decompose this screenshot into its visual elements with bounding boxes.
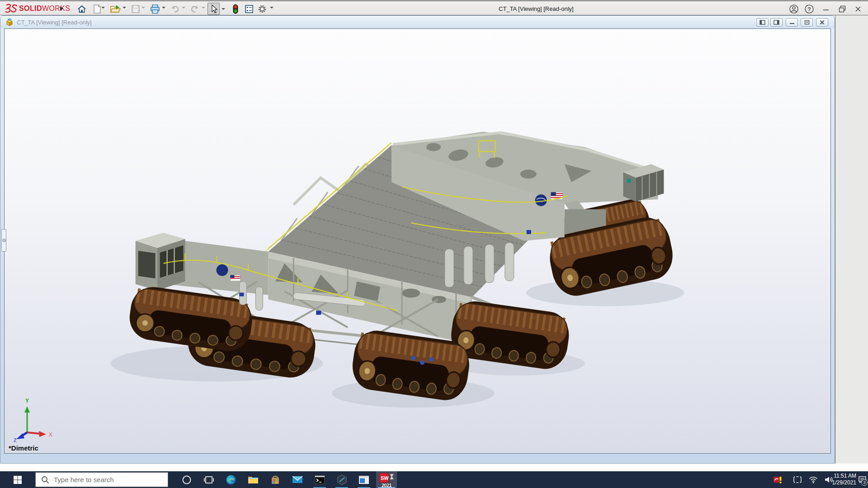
- doc-restore-icon: [804, 20, 810, 25]
- select-button[interactable]: [208, 3, 220, 15]
- sw-letters: SW: [381, 475, 389, 481]
- windows-taskbar: SW 2021: [0, 471, 868, 488]
- new-document-icon: [93, 5, 101, 14]
- close-icon: [855, 6, 861, 12]
- show-right-pane-button[interactable]: [770, 18, 783, 27]
- taskbar-solidworks[interactable]: SW 2021: [376, 471, 397, 488]
- taskbar-store[interactable]: [265, 471, 285, 488]
- doc-close-button[interactable]: [816, 18, 828, 27]
- home-icon: [77, 4, 87, 14]
- taskbar-cortana[interactable]: [177, 471, 197, 488]
- app-background-strip: [0, 464, 868, 471]
- select-dropdown[interactable]: [220, 3, 226, 15]
- file-properties-button[interactable]: [243, 3, 255, 15]
- document-title: CT_TA [Viewing] [Read-only]: [17, 19, 92, 26]
- redo-icon: [190, 5, 200, 13]
- options-button[interactable]: [256, 3, 268, 15]
- edge-icon: [226, 474, 236, 485]
- front-cab: [136, 233, 185, 291]
- orientation-triad: Y X Z: [10, 397, 60, 442]
- undo-dropdown[interactable]: [182, 7, 185, 9]
- taskbar-terminal[interactable]: [310, 471, 330, 488]
- taskbar-window-app[interactable]: [354, 471, 374, 488]
- wifi-icon: [809, 476, 818, 483]
- triad-y-label: Y: [25, 398, 29, 404]
- tray-display-connect[interactable]: [791, 471, 804, 488]
- doc-close-icon: [820, 20, 825, 25]
- assembly-document-icon: [5, 18, 14, 26]
- select-dropdown-arrow: [222, 8, 225, 10]
- triad-x-label: X: [49, 432, 52, 438]
- undo-icon: [170, 5, 180, 13]
- start-button[interactable]: [0, 471, 35, 488]
- search-icon: [41, 476, 49, 484]
- clock-time: 11:51 AM: [822, 473, 856, 479]
- print-button[interactable]: [149, 3, 161, 15]
- redo-dropdown[interactable]: [202, 7, 205, 9]
- show-left-pane-button[interactable]: [756, 18, 769, 27]
- rebuild-button[interactable]: [229, 3, 241, 15]
- taskbar-hexagon-app[interactable]: [332, 471, 352, 488]
- print-icon: [150, 5, 160, 14]
- taskbar-edge[interactable]: [221, 471, 241, 488]
- view-orientation-label: *Dimetric: [9, 444, 38, 452]
- restore-icon: [839, 5, 846, 13]
- restore-button[interactable]: [837, 4, 848, 14]
- cortana-icon: [182, 475, 192, 485]
- taskbar-file-explorer[interactable]: [243, 471, 263, 488]
- document-window: CT_TA [Viewing] [Read-only]: [0, 15, 835, 464]
- save-icon: [131, 5, 140, 14]
- save-button[interactable]: [129, 3, 142, 15]
- right-pane-icon: [774, 20, 779, 25]
- open-dropdown[interactable]: [123, 7, 126, 9]
- print-dropdown[interactable]: [162, 7, 165, 9]
- account-button[interactable]: [788, 4, 799, 14]
- doc-minimize-button[interactable]: [786, 18, 798, 27]
- hourglass-busy-icon: [390, 474, 394, 479]
- taskbar-task-view[interactable]: [199, 471, 219, 488]
- tray-action-center[interactable]: 3: [856, 471, 868, 488]
- window-title: CT_TA [Viewing] [Read-only]: [499, 5, 574, 12]
- store-icon: [270, 475, 280, 485]
- toolbar-expander-arrow[interactable]: [60, 6, 63, 11]
- doc-restore-button[interactable]: [801, 18, 813, 27]
- open-icon: [110, 5, 121, 14]
- tray-wifi[interactable]: [807, 471, 820, 488]
- save-dropdown[interactable]: [142, 7, 145, 9]
- triad-y-arrow: [24, 406, 30, 413]
- open-button[interactable]: [109, 3, 121, 15]
- terminal-icon: [315, 475, 325, 484]
- tray-solidworks-alert[interactable]: [771, 471, 784, 488]
- search-input[interactable]: [54, 476, 158, 483]
- help-glyph: ?: [807, 6, 811, 13]
- help-button[interactable]: ?: [804, 4, 815, 14]
- graphics-viewport[interactable]: Y X Z *Dimetric: [4, 28, 831, 454]
- close-button[interactable]: [853, 4, 863, 14]
- redo-button[interactable]: [189, 3, 201, 15]
- solidworks-logo-glyph: [5, 4, 18, 14]
- triad-z-label: Z: [14, 437, 17, 442]
- display-connect-icon: [793, 476, 802, 484]
- app-titlebar: SOLIDWORKS: [0, 0, 868, 15]
- window-app-icon: [359, 475, 369, 484]
- left-pane-icon: [760, 20, 765, 25]
- clock-date: 1/29/2021: [822, 479, 856, 486]
- new-document-dropdown[interactable]: [101, 7, 105, 9]
- mail-icon: [292, 475, 303, 484]
- home-button[interactable]: [75, 3, 88, 15]
- account-icon: [789, 4, 799, 14]
- options-dropdown[interactable]: [270, 7, 274, 9]
- windows-logo-icon: [13, 475, 22, 484]
- rebuild-traffic-light-icon: [232, 4, 239, 14]
- minimize-button[interactable]: [821, 4, 831, 14]
- notification-badge: 3: [861, 479, 868, 486]
- crawler-transporter-model[interactable]: [5, 29, 830, 453]
- tray-clock[interactable]: 11:51 AM 1/29/2021: [822, 473, 856, 486]
- minimize-icon: [823, 6, 829, 12]
- featuremanager-splitter-handle[interactable]: [1, 229, 6, 252]
- document-titlebar[interactable]: CT_TA [Viewing] [Read-only]: [0, 16, 835, 28]
- undo-button[interactable]: [169, 3, 181, 15]
- new-document-button[interactable]: [91, 3, 103, 15]
- taskbar-search[interactable]: [35, 472, 168, 487]
- taskbar-mail[interactable]: [288, 471, 307, 488]
